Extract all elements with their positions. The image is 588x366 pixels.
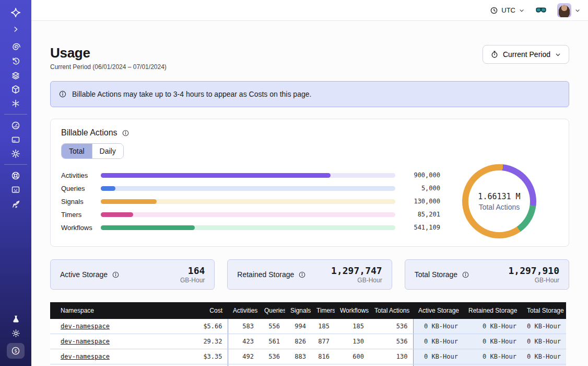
svg-text:$: $ [14, 348, 17, 353]
sidebar-item-nexus[interactable] [0, 96, 31, 110]
value-cell: 492 [228, 349, 259, 364]
user-menu[interactable] [557, 3, 581, 17]
value-cell: 130 [335, 334, 369, 349]
value-cell: 536 [259, 349, 285, 364]
namespace-cell: dev-namespace [50, 349, 180, 364]
billable-actions-card: Billable Actions Total Daily Activities9… [50, 119, 569, 247]
sidebar-item-getting-started[interactable] [0, 197, 31, 211]
column-header: Total Actions [369, 302, 413, 319]
column-header: Retained Storage [463, 302, 522, 319]
namespace-link[interactable]: dev-namespace [61, 353, 110, 360]
bar-value: 130,000 [395, 198, 440, 205]
sidebar-bottom-group: $ [0, 312, 31, 359]
sidebar-group-account [4, 114, 27, 161]
info-icon [58, 90, 67, 98]
sidebar-item-deployments[interactable] [0, 82, 31, 96]
billable-actions-chart: Activities900,000Queries5,000Signals130,… [61, 164, 558, 238]
table-header-row: NamespaceCostActivitiesQueriesSignalsTim… [50, 302, 566, 319]
value-cell: 536 [369, 319, 413, 334]
bar-row: Activities900,000 [61, 169, 440, 182]
value-cell: $5.66 [180, 319, 228, 334]
tab-total[interactable]: Total [62, 144, 92, 158]
value-cell [413, 364, 463, 366]
sidebar-item-feedback[interactable] [0, 182, 31, 197]
column-header: Cost [180, 302, 228, 319]
avatar[interactable] [557, 3, 571, 17]
value-cell: 600 [335, 349, 369, 364]
value-cell [311, 364, 335, 366]
retained-storage-unit: GB-Hour [331, 277, 382, 284]
info-banner: Billable Actions may take up to 3-4 hour… [50, 81, 569, 107]
namespace-cell: dev-namespace [50, 334, 180, 349]
column-header: Total Storage [522, 302, 566, 319]
bar-fill [101, 225, 195, 230]
billable-actions-title: Billable Actions [61, 128, 117, 138]
bar-fill [101, 212, 133, 217]
page-title: Usage [50, 45, 167, 61]
value-cell: 816 [311, 349, 335, 364]
info-icon[interactable] [112, 271, 120, 279]
value-cell: 423 [228, 334, 259, 349]
value-cell: 0 KB-Hour [413, 319, 463, 334]
timezone-label: UTC [501, 6, 515, 14]
period-selector-button[interactable]: Current Period [483, 45, 569, 64]
sidebar-item-labs[interactable] [0, 312, 31, 326]
temporal-logo-icon[interactable] [0, 5, 31, 20]
sidebar-item-schedules[interactable] [0, 54, 31, 68]
value-cell: 0 KB-Hour [522, 319, 566, 334]
sidebar: $ [0, 0, 31, 366]
active-storage-unit: GB-Hour [180, 277, 205, 284]
goggles-icon[interactable] [535, 6, 547, 14]
bar-track [101, 173, 395, 178]
view-toggle: Total Daily [61, 143, 124, 159]
total-storage-unit: GB-Hour [508, 277, 559, 284]
column-header: Queries [259, 302, 285, 319]
column-header: Timers [311, 302, 335, 319]
value-cell [180, 364, 228, 366]
stopwatch-icon [490, 50, 499, 59]
column-header: Activities [228, 302, 259, 319]
sidebar-item-settings[interactable] [0, 146, 31, 161]
sidebar-item-support[interactable] [0, 168, 31, 182]
bar-category-label: Signals [61, 198, 101, 205]
value-cell: 583 [228, 319, 259, 334]
sidebar-item-namespaces[interactable] [0, 40, 31, 54]
donut-chart: 1.66131 M Total Actions [462, 164, 536, 238]
info-icon[interactable] [462, 271, 469, 279]
namespace-link[interactable]: dev-namespace [61, 338, 110, 345]
value-cell [335, 364, 369, 366]
donut-total-label: Total Actions [479, 203, 520, 211]
donut-center: 1.66131 M Total Actions [462, 164, 536, 238]
value-cell: 0 KB-Hour [463, 349, 522, 364]
namespace-link[interactable]: dev-namespace [61, 323, 110, 330]
sidebar-item-usage[interactable] [0, 118, 31, 132]
value-cell: 826 [285, 334, 311, 349]
value-cell [259, 364, 285, 366]
bar-fill [101, 173, 331, 178]
table-row: dev-namespace29.324235618268771305360 KB… [50, 334, 566, 349]
timezone-selector[interactable]: UTC [490, 6, 525, 15]
sidebar-item-billing[interactable] [0, 132, 31, 146]
sidebar-expand-icon[interactable] [0, 23, 31, 36]
value-cell [463, 364, 522, 366]
info-icon[interactable] [298, 271, 306, 279]
value-cell: 0 KB-Hour [463, 319, 522, 334]
value-cell: 0 KB-Hour [522, 349, 566, 364]
retained-storage-label: Retained Storage [237, 270, 294, 279]
value-cell: 994 [285, 319, 311, 334]
sidebar-item-theme[interactable] [0, 326, 31, 340]
sidebar-item-batch-operations[interactable] [0, 68, 31, 82]
info-icon[interactable] [122, 129, 130, 137]
tab-daily[interactable]: Daily [92, 144, 123, 158]
value-cell: 0 KB-Hour [522, 334, 566, 349]
total-storage-value: 1,297,910 [508, 266, 559, 276]
bar-category-label: Queries [61, 185, 101, 192]
sidebar-item-pricing[interactable]: $ [7, 343, 25, 359]
column-header: Workflows [335, 302, 369, 319]
value-cell [50, 364, 180, 366]
retained-storage-card: Retained Storage 1,297,747 GB-Hour [227, 259, 392, 290]
value-cell: 556 [259, 319, 285, 334]
table-row: dev-namespace$3.354925368838166001300 KB… [50, 349, 566, 364]
donut-chart-wrap: 1.66131 M Total Actions [440, 164, 558, 238]
bar-track [101, 212, 395, 217]
